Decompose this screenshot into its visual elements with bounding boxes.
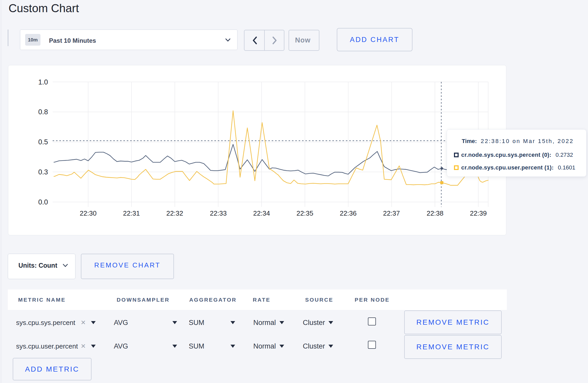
svg-text:22:39: 22:39 <box>470 209 487 217</box>
svg-text:22:32: 22:32 <box>166 209 183 217</box>
svg-text:0.5: 0.5 <box>38 138 48 146</box>
svg-text:22:30: 22:30 <box>80 209 96 217</box>
svg-text:22:34: 22:34 <box>253 209 270 217</box>
svg-text:22:36: 22:36 <box>340 209 356 217</box>
svg-text:0.3: 0.3 <box>38 168 48 176</box>
svg-text:0.0: 0.0 <box>38 198 48 206</box>
svg-text:22:33: 22:33 <box>210 209 227 217</box>
svg-text:22:37: 22:37 <box>383 209 400 217</box>
svg-text:1.0: 1.0 <box>38 78 48 86</box>
svg-text:22:38: 22:38 <box>426 209 443 217</box>
svg-text:0.8: 0.8 <box>38 108 48 116</box>
svg-text:22:31: 22:31 <box>123 209 140 217</box>
svg-text:22:35: 22:35 <box>296 209 313 217</box>
